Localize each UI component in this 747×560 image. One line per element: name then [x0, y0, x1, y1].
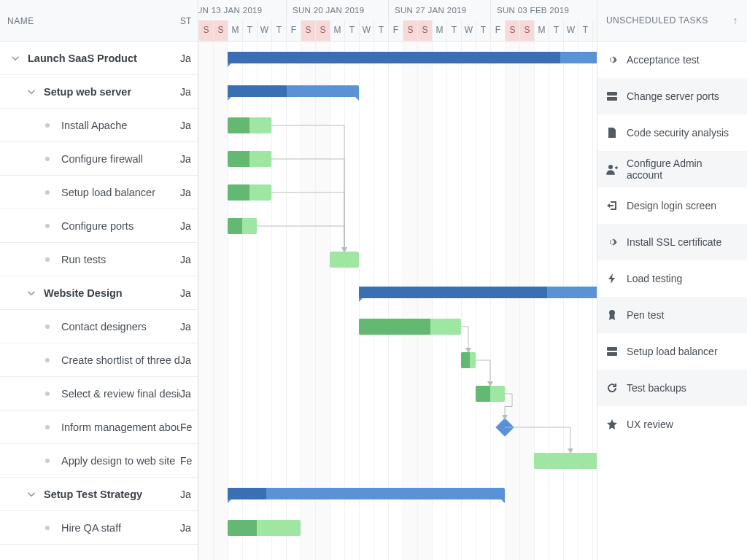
summary-bar[interactable] [228, 85, 359, 97]
task-bar[interactable] [228, 151, 271, 167]
task-bar[interactable] [534, 453, 597, 469]
tree-row-start: Ja [180, 220, 198, 232]
tree-row-label: Setup Test Strategy [44, 489, 142, 500]
tree-row[interactable]: Run testsJa [0, 243, 198, 276]
sort-asc-icon[interactable]: ↑ [733, 15, 738, 26]
tree-row[interactable]: Website DesignJa [0, 276, 198, 310]
bullet-icon [45, 392, 50, 396]
tree-row[interactable]: Select & review final designJa [0, 377, 198, 411]
user-icon [606, 163, 618, 175]
unscheduled-item-label: Pen test [627, 309, 664, 321]
tree-row-label: Hire QA staff [61, 522, 121, 534]
tree-row[interactable]: Hire QA staffJa [0, 511, 198, 545]
tree-row[interactable]: Install ApacheJa [0, 109, 198, 142]
badge-icon [606, 309, 618, 321]
day-header: W [563, 20, 578, 41]
tree-row-label: Website Design [44, 287, 123, 299]
day-header: W [359, 20, 374, 41]
week-header: SUN 13 JAN 2019 [198, 0, 286, 20]
tree-row-start: Ja [180, 120, 198, 131]
tree-row[interactable]: Setup load balancerJa [0, 176, 198, 209]
tree-row-label: Create shortlist of three designers [61, 354, 180, 366]
tree-row-label: Select & review final design [61, 388, 180, 400]
task-bar[interactable] [359, 319, 461, 335]
chevron-down-icon[interactable] [26, 489, 36, 499]
week-header: SUN 27 JAN 2019 [388, 0, 490, 20]
task-bar[interactable] [228, 520, 301, 536]
server-icon [606, 90, 618, 102]
col-header-name[interactable]: NAME [0, 0, 180, 41]
star-icon [606, 419, 618, 430]
tree-row-label: Contact designers [61, 321, 147, 332]
day-header: M [228, 20, 242, 41]
gear-icon [606, 236, 618, 248]
day-header: S [417, 20, 432, 41]
day-header: S [301, 20, 315, 41]
unscheduled-item[interactable]: Change server ports [597, 78, 747, 114]
timeline-header: SUN 13 JAN 2019SUN 20 JAN 2019SUN 27 JAN… [198, 0, 597, 42]
unscheduled-item[interactable]: UX review [597, 406, 747, 443]
task-bar[interactable] [330, 252, 359, 268]
tree-row-label: Setup web server [44, 86, 131, 98]
task-bar[interactable] [476, 386, 505, 402]
summary-bar[interactable] [228, 52, 597, 63]
chevron-down-icon[interactable] [10, 53, 20, 63]
summary-bar[interactable] [359, 287, 597, 298]
unscheduled-item[interactable]: Load testing [597, 260, 747, 297]
tree-row[interactable]: Configure portsJa [0, 209, 198, 243]
milestone[interactable] [495, 418, 514, 436]
task-bar[interactable] [228, 117, 271, 133]
day-header: T [578, 20, 592, 41]
unscheduled-panel: UNSCHEDULED TASKS ↑ Acceptance testChang… [597, 0, 747, 560]
day-header: M [330, 20, 344, 41]
task-bar[interactable] [228, 184, 271, 201]
tree-row[interactable]: Setup Test StrategyJa [0, 478, 198, 511]
svg-point-2 [608, 165, 613, 169]
day-header: F [490, 20, 505, 41]
unscheduled-item[interactable]: Install SSL certificate [597, 224, 747, 260]
task-tree-panel: NAME ST Launch SaaS ProductJaSetup web s… [0, 0, 198, 560]
day-header: W [461, 20, 476, 41]
col-header-start[interactable]: ST [180, 0, 198, 41]
task-bar[interactable] [228, 218, 257, 234]
tree-row-start: Ja [180, 254, 198, 265]
svg-rect-4 [607, 347, 617, 351]
tree-row[interactable]: Launch SaaS ProductJa [0, 42, 198, 75]
tree-row-start: Ja [180, 52, 198, 64]
chevron-down-icon[interactable] [26, 288, 36, 298]
tree-row-label: Install Apache [61, 120, 127, 131]
tree-row[interactable]: Setup web serverJa [0, 75, 198, 109]
week-header: SUN 20 JAN 2019 [286, 0, 388, 20]
unscheduled-item[interactable]: Pen test [597, 297, 747, 333]
tree-row[interactable]: Create shortlist of three designersJa [0, 343, 198, 377]
day-header: S [315, 20, 330, 41]
unscheduled-item[interactable]: Configure Admin account [597, 151, 747, 187]
day-header: F [286, 20, 301, 41]
day-header: S [198, 20, 213, 41]
bullet-icon [45, 324, 50, 329]
unscheduled-item[interactable]: Design login screen [597, 187, 747, 224]
unscheduled-item[interactable]: Test backups [597, 370, 747, 406]
task-bar[interactable] [461, 352, 476, 368]
tree-row-start: Ja [180, 287, 198, 299]
tree-row[interactable]: Apply design to web siteFe [0, 444, 198, 478]
day-header: T [446, 20, 461, 41]
week-header: SUN 03 FEB 2019 [490, 0, 592, 20]
unscheduled-item[interactable]: Setup load balancer [597, 333, 747, 370]
bullet-icon [45, 257, 50, 262]
gear-icon [606, 54, 618, 66]
day-header: T [344, 20, 359, 41]
tree-row[interactable]: Contact designersJa [0, 310, 198, 343]
gantt-timeline[interactable]: SUN 13 JAN 2019SUN 20 JAN 2019SUN 27 JAN… [198, 0, 597, 560]
tree-row-label: Apply design to web site [61, 455, 175, 467]
unscheduled-item[interactable]: Code security analysis [597, 114, 747, 151]
unscheduled-item[interactable]: Acceptance test [597, 42, 747, 78]
tree-row[interactable]: Configure firewallJa [0, 142, 198, 176]
summary-bar[interactable] [228, 488, 505, 499]
day-header: T [242, 20, 257, 41]
login-icon [606, 200, 618, 211]
chevron-down-icon[interactable] [26, 87, 36, 97]
refresh-icon [606, 382, 618, 394]
tree-row[interactable]: Inform management about decisionFe [0, 411, 198, 444]
unscheduled-header: UNSCHEDULED TASKS ↑ [597, 0, 747, 42]
